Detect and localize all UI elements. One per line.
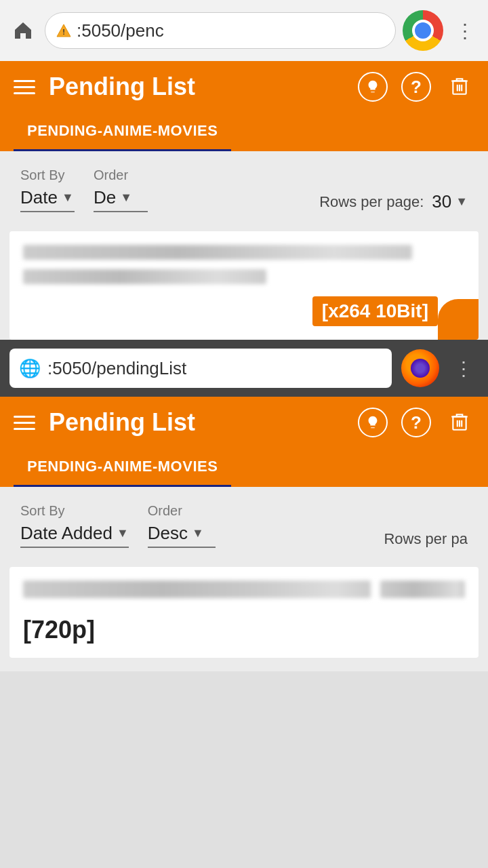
tab-bar-bottom: PENDING-ANIME-MOVIES: [14, 448, 474, 487]
svg-text:!: !: [62, 28, 65, 36]
order-value-bottom: Desc: [148, 523, 188, 544]
order-select-bottom[interactable]: Desc ▼: [148, 523, 216, 548]
app-header-top: Pending List ? PENDING-ANIME-MOVIES: [0, 61, 488, 151]
chrome-more-button[interactable]: ⋮: [450, 16, 480, 45]
lightbulb-button-top[interactable]: [358, 72, 388, 102]
sort-by-arrow-bottom: ▼: [117, 526, 129, 540]
home-button[interactable]: [8, 16, 38, 45]
firefox-more-button[interactable]: ⋮: [449, 353, 479, 383]
address-bar[interactable]: ! :5050/penc: [45, 12, 396, 49]
tab-bar-top: PENDING-ANIME-MOVIES: [14, 113, 474, 151]
help-label-bottom: ?: [411, 412, 422, 433]
order-arrow-bottom: ▼: [192, 526, 204, 540]
rows-group-bottom: Rows per pa: [384, 530, 468, 548]
content-card-bottom: [720p]: [9, 567, 479, 658]
globe-icon: 🌐: [19, 358, 41, 379]
order-arrow-top: ▼: [120, 191, 132, 205]
content-area-top: [x264 10Bit]: [0, 223, 488, 340]
chrome-browser-bar: ! :5050/penc ⋮: [0, 0, 488, 61]
firefox-logo: [399, 347, 442, 390]
sort-by-label-top: Sort By: [20, 167, 75, 183]
order-group-bottom: Order Desc ▼: [148, 503, 216, 548]
sort-by-arrow-top: ▼: [62, 191, 74, 205]
chrome-logo: [403, 10, 443, 51]
content-area-bottom: [720p]: [0, 559, 488, 671]
app-header-bottom: Pending List ? PENDING-ANIME-MOVIES: [0, 397, 488, 487]
menu-button-top[interactable]: [14, 80, 35, 94]
app-title-bottom: Pending List: [49, 408, 344, 437]
tab-pending-anime-movies-bottom[interactable]: PENDING-ANIME-MOVIES: [14, 448, 231, 487]
content-card-top: [x264 10Bit]: [9, 231, 479, 340]
app-title-top: Pending List: [49, 73, 344, 101]
firefox-address-text: :5050/pendingList: [47, 358, 382, 379]
help-button-top[interactable]: ?: [401, 72, 431, 102]
rows-arrow-top: ▼: [455, 195, 468, 209]
blurred-line-bottom-2: [380, 580, 465, 598]
order-select-top[interactable]: De ▼: [94, 187, 148, 212]
blurred-line-bottom-1: [23, 580, 371, 598]
rows-label-bottom: Rows per pa: [384, 530, 468, 548]
sort-by-group-bottom: Sort By Date Added ▼: [20, 503, 129, 548]
rows-value-top: 30: [432, 191, 451, 212]
address-text: :5050/penc: [77, 20, 384, 41]
help-label-top: ?: [411, 77, 422, 98]
sort-by-value-top: Date: [20, 187, 58, 208]
firefox-browser-bar: 🌐 :5050/pendingList ⋮: [0, 340, 488, 397]
order-label-top: Order: [94, 167, 148, 183]
sort-by-label-bottom: Sort By: [20, 503, 129, 519]
filter-area-top: Sort By Date ▼ Order De ▼ Rows per page:…: [0, 151, 488, 223]
trash-button-top[interactable]: [445, 72, 474, 102]
warning-icon: !: [56, 23, 71, 38]
rows-label-top: Rows per page:: [319, 193, 424, 211]
order-label-bottom: Order: [148, 503, 216, 519]
sort-by-value-bottom: Date Added: [20, 523, 113, 544]
rows-group-top: Rows per page: 30 ▼: [319, 191, 468, 212]
order-value-top: De: [94, 187, 116, 208]
tab-pending-anime-movies-top[interactable]: PENDING-ANIME-MOVIES: [14, 113, 231, 151]
rows-select-top[interactable]: 30 ▼: [432, 191, 468, 212]
help-button-bottom[interactable]: ?: [401, 408, 431, 437]
sort-by-group-top: Sort By Date ▼: [20, 167, 75, 212]
filter-area-bottom: Sort By Date Added ▼ Order Desc ▼ Rows p…: [0, 487, 488, 559]
card-corner-top: [438, 299, 479, 340]
lightbulb-button-bottom[interactable]: [358, 408, 388, 437]
blurred-line-1: [23, 245, 412, 260]
sort-by-select-top[interactable]: Date ▼: [20, 187, 75, 212]
blurred-line-2: [23, 269, 266, 284]
menu-button-bottom[interactable]: [14, 416, 35, 430]
card-badge-top: [x264 10Bit]: [312, 296, 438, 326]
order-group-top: Order De ▼: [94, 167, 148, 212]
card-badge-bottom: [720p]: [23, 616, 465, 644]
firefox-address-bar[interactable]: 🌐 :5050/pendingList: [9, 349, 392, 388]
sort-by-select-bottom[interactable]: Date Added ▼: [20, 523, 129, 548]
trash-button-bottom[interactable]: [445, 408, 474, 437]
